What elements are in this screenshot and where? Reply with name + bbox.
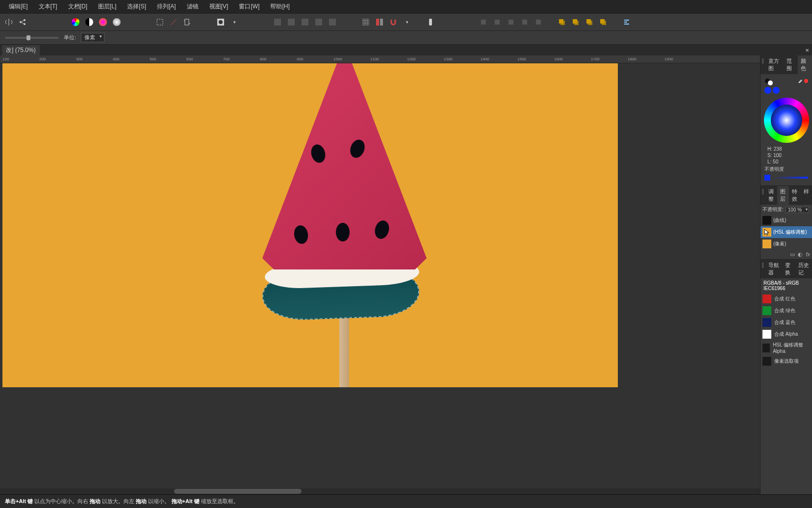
menu-select[interactable]: 选择[S] [122, 0, 151, 13]
split-icon[interactable] [374, 16, 385, 28]
channel-swatch-icon [762, 357, 771, 366]
hue-icon[interactable] [97, 16, 109, 28]
scrollbar-horizontal[interactable] [0, 488, 760, 494]
layer-row[interactable]: (像素) [761, 238, 812, 250]
document-tabs: 改] (75.0%) ✕ [0, 45, 812, 55]
channel-name: 合成 红色 [774, 295, 795, 302]
ruler-tick: 700 [223, 57, 229, 61]
ruler-tick: 400 [113, 57, 119, 61]
menu-edit[interactable]: 编辑[E] [4, 0, 33, 13]
menu-arrange[interactable]: 排列[A] [152, 0, 181, 13]
line-sel-icon[interactable] [168, 16, 179, 28]
align-icon[interactable] [621, 16, 633, 28]
layer-visibility-icon[interactable]: ▭ [790, 251, 795, 258]
mirror-icon[interactable] [3, 16, 15, 28]
close-tab-icon[interactable]: ✕ [805, 48, 809, 53]
arrange-4-icon[interactable] [313, 16, 325, 28]
menu-document[interactable]: 文档[D] [63, 0, 92, 13]
channel-row[interactable]: 合成 蓝色 [761, 317, 812, 328]
document-tab[interactable]: 改] (75.0%) [2, 45, 40, 55]
channel-row[interactable]: 合成 绿色 [761, 305, 812, 317]
ruler-tick: 1200 [407, 57, 416, 61]
canvas[interactable] [2, 63, 618, 387]
color-panel: H: 238S: 100L: 50 不透明度 [761, 74, 812, 186]
order-1-icon[interactable] [478, 16, 489, 28]
dropdown-icon[interactable]: ▾ [228, 16, 240, 28]
layer-row[interactable]: (曲线) [761, 214, 812, 226]
menu-text[interactable]: 文本[T] [34, 0, 62, 13]
menu-view[interactable]: 视图[V] [204, 0, 233, 13]
stack-4-icon[interactable] [597, 16, 609, 28]
contrast-icon[interactable] [83, 16, 95, 28]
stack-1-icon[interactable] [556, 16, 568, 28]
opacity-label: 不透明度 [764, 166, 784, 173]
svg-point-1 [24, 19, 25, 21]
order-4-icon[interactable] [519, 16, 531, 28]
layer-row[interactable]: (HSL 偏移调整) [761, 226, 812, 238]
opacity-slider[interactable] [774, 177, 808, 179]
unit-select[interactable]: 像素 [81, 33, 104, 42]
channel-name: 合成 蓝色 [774, 319, 795, 326]
tab-styles[interactable]: 样 [801, 186, 812, 205]
crop-icon[interactable] [181, 16, 193, 28]
channel-row[interactable]: 合成 红色 [761, 293, 812, 305]
ruler-tick: 800 [260, 57, 266, 61]
color-swap-icon[interactable] [764, 78, 774, 86]
svg-rect-3 [157, 19, 163, 25]
zoom-slider[interactable] [5, 37, 59, 39]
tab-histogram[interactable]: 直方图 [765, 55, 784, 74]
channel-row[interactable]: HSL 偏移调整 Alpha [761, 340, 812, 355]
tab-layers[interactable]: 图层 [777, 186, 789, 205]
ruler-tick: 1900 [664, 57, 673, 61]
tab-adjust[interactable]: 调整 [765, 186, 777, 205]
soft-icon[interactable] [111, 16, 123, 28]
menu-layer[interactable]: 图层[L] [93, 0, 121, 13]
color-wheel-icon[interactable] [70, 16, 81, 28]
menu-filter[interactable]: 滤镜 [182, 0, 203, 13]
tab-navigator[interactable]: 导航器 [765, 260, 782, 278]
order-2-icon[interactable] [491, 16, 503, 28]
color-wheel[interactable] [764, 98, 809, 143]
grid-icon[interactable] [360, 16, 372, 28]
tab-transform[interactable]: 变换 [782, 260, 795, 278]
layer-opacity-value[interactable]: 100 % [786, 207, 809, 213]
svg-rect-21 [560, 21, 565, 25]
color-panel-tabs: ‖ 直方图 范围 颜色 [761, 55, 812, 74]
magnet-drop-icon[interactable]: ▾ [401, 16, 413, 28]
order-3-icon[interactable] [505, 16, 517, 28]
arrange-1-icon[interactable] [272, 16, 283, 28]
stack-3-icon[interactable] [584, 16, 595, 28]
share-icon[interactable] [17, 16, 28, 28]
eyedropper-icon[interactable] [798, 78, 803, 83]
tab-scope[interactable]: 范围 [784, 55, 798, 74]
right-panel: ‖ 直方图 范围 颜色 H: 238S: 100L: 50 不透明度 [760, 55, 812, 508]
tab-history[interactable]: 历史记 [795, 260, 812, 278]
color-dot-icon[interactable] [804, 79, 808, 83]
svg-point-0 [20, 21, 22, 23]
menu-help[interactable]: 帮助[H] [265, 0, 294, 13]
quickmask-icon[interactable] [215, 16, 227, 28]
channel-row[interactable]: 像素选取项 [761, 355, 812, 367]
ruler-tick: 200 [39, 57, 46, 61]
channel-row[interactable]: 合成 Alpha [761, 328, 812, 340]
bg-color-icon[interactable] [773, 87, 780, 94]
layer-name: (曲线) [773, 217, 787, 224]
marquee-icon[interactable] [154, 16, 166, 28]
layer-toolbar: ▭ ◐ fx [761, 250, 812, 259]
info-icon[interactable] [425, 16, 436, 28]
fg-color-icon[interactable] [764, 87, 771, 94]
layer-fx-icon[interactable]: fx [806, 251, 810, 258]
menu-window[interactable]: 窗口[W] [234, 0, 264, 13]
svg-rect-11 [329, 19, 336, 26]
arrange-3-icon[interactable] [299, 16, 311, 28]
layer-mask-icon[interactable]: ◐ [798, 251, 803, 258]
magnet-icon[interactable] [387, 16, 399, 28]
layer-name: (像素) [773, 241, 787, 247]
stack-2-icon[interactable] [570, 16, 582, 28]
tab-effects[interactable]: 特效 [789, 186, 801, 205]
tab-color[interactable]: 颜色 [798, 55, 812, 74]
menu-bar: 编辑[E] 文本[T] 文档[D] 图层[L] 选择[S] 排列[A] 滤镜 视… [0, 0, 812, 13]
order-5-icon[interactable] [533, 16, 544, 28]
arrange-5-icon[interactable] [327, 16, 338, 28]
arrange-2-icon[interactable] [285, 16, 297, 28]
